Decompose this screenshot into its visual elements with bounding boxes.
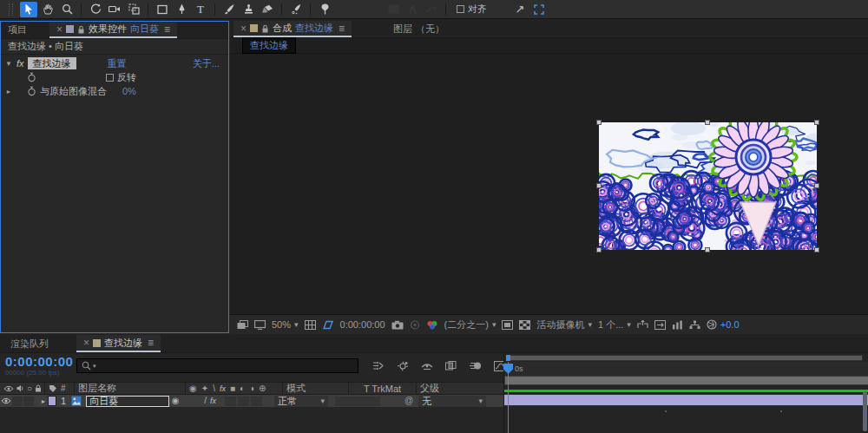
pixel-aspect-correction-icon[interactable] <box>654 320 666 330</box>
panel-menu-icon[interactable]: ≡ <box>339 23 345 35</box>
tab-composition[interactable]: × 合成 查找边缘 ≡ <box>233 21 352 37</box>
selection-handle[interactable] <box>705 247 710 253</box>
exposure-value[interactable]: +0.0 <box>720 319 740 330</box>
blend-value[interactable]: 0% <box>122 86 136 96</box>
close-icon[interactable]: × <box>56 23 62 36</box>
exposure-control[interactable]: +0.0 <box>707 319 740 330</box>
selection-handle[interactable] <box>596 247 602 253</box>
viewer-timecode[interactable]: 0:00:00:00 <box>340 319 385 330</box>
timeline-flowchart-icon[interactable] <box>689 320 700 330</box>
sunflower-find-edges-art[interactable] <box>599 122 817 250</box>
time-ruler[interactable]: 0s <box>504 362 868 376</box>
selection-handle[interactable] <box>814 120 819 125</box>
camera-tool-button[interactable] <box>106 2 123 17</box>
show-snapshot-icon[interactable] <box>410 320 420 330</box>
layer-expand-triangle[interactable]: ► <box>39 398 48 404</box>
parent-column[interactable]: 父级 <box>417 383 503 394</box>
text-tool-button[interactable]: T <box>192 2 209 17</box>
brush-tool-button[interactable] <box>220 2 238 17</box>
switch-cell[interactable] <box>238 397 249 406</box>
selection-tool-button[interactable] <box>20 2 37 17</box>
stopwatch-icon[interactable] <box>27 72 36 82</box>
brushes-panel-button[interactable] <box>385 2 402 17</box>
frame-blending-icon[interactable] <box>442 358 461 373</box>
invert-checkbox[interactable] <box>106 74 114 82</box>
layer-duration-bar[interactable] <box>504 394 868 406</box>
monitor-icon[interactable] <box>254 320 266 330</box>
puppet-pin-tool-button[interactable] <box>316 2 333 17</box>
fx-badge-icon[interactable]: fx <box>16 58 24 69</box>
selection-handle[interactable] <box>596 120 602 125</box>
search-input[interactable] <box>98 361 353 371</box>
composition-layer-image[interactable] <box>599 122 817 250</box>
zoom-tool-button[interactable] <box>58 2 76 17</box>
current-time-display[interactable]: 0:00:00:00 00000 (25.00 fps) <box>5 354 73 377</box>
current-time-indicator-line[interactable] <box>508 362 509 433</box>
magnification-dropdown[interactable]: 50% ▾ <box>272 319 299 330</box>
region-of-interest-icon[interactable] <box>502 320 513 330</box>
zoom-in-ui-button[interactable]: ↗ <box>511 2 529 17</box>
blend-mode-dropdown[interactable]: 正常 ▾ <box>274 396 328 407</box>
orbit-camera-tool-button[interactable] <box>87 2 104 17</box>
layer-row-sunflower[interactable]: ► 1 ◉ / fx 正常 ▾ @ 无 ▾ <box>0 395 503 407</box>
channel-rgb-icon[interactable] <box>426 320 438 330</box>
tab-render-queue[interactable]: 渲染队列 <box>0 335 56 352</box>
pan-behind-tool-button[interactable] <box>125 2 142 17</box>
camera-view-dropdown[interactable]: 活动摄像机 ▾ <box>536 318 592 331</box>
effect-name-selected[interactable]: 查找边缘 <box>28 57 76 69</box>
solo-toggle-cell[interactable] <box>23 397 34 406</box>
roto-brush-tool-button[interactable] <box>287 2 305 17</box>
trkmat-column[interactable]: T TrkMat <box>349 383 417 394</box>
layer-raster-icon[interactable]: / <box>204 397 207 405</box>
vertical-scrollbar[interactable] <box>863 391 867 431</box>
tab-project[interactable]: 项目 <box>1 22 34 38</box>
selection-handle[interactable] <box>814 247 819 253</box>
switch-cell[interactable] <box>225 397 236 406</box>
work-area-bar[interactable] <box>504 376 868 385</box>
layer-name-edit-field[interactable] <box>86 396 169 407</box>
close-icon[interactable]: × <box>240 23 247 35</box>
motion-sketch-button[interactable] <box>423 2 440 17</box>
panel-menu-icon[interactable]: ≡ <box>164 23 170 36</box>
eye-icon[interactable] <box>0 397 12 404</box>
layer-label-color[interactable] <box>48 396 56 406</box>
resolution-dropdown[interactable]: (二分之一) ▾ <box>444 318 496 331</box>
audio-toggle-cell[interactable] <box>12 397 23 406</box>
share-view-icon[interactable] <box>637 320 648 329</box>
shape-tool-button[interactable] <box>154 2 171 17</box>
selection-handle[interactable] <box>705 120 710 125</box>
timeline-timecode[interactable]: 0:00:00:00 <box>5 354 73 369</box>
selection-handle[interactable] <box>814 183 819 188</box>
hand-tool-button[interactable] <box>39 2 56 17</box>
expand-triangle-icon[interactable]: ► <box>4 89 13 95</box>
layers-stack-icon[interactable] <box>237 320 248 330</box>
grid-guides-icon[interactable] <box>305 320 316 330</box>
layer-fx-icon[interactable]: fx <box>210 397 216 405</box>
align-toggle[interactable]: 对齐 <box>457 3 487 16</box>
snapshot-camera-icon[interactable] <box>391 320 404 330</box>
transparency-grid-icon[interactable] <box>519 320 530 330</box>
parent-dropdown[interactable]: 无 ▾ <box>418 396 486 407</box>
shy-layers-icon[interactable] <box>418 358 437 373</box>
reset-effect-link[interactable]: 重置 <box>108 57 127 70</box>
selection-handle[interactable] <box>596 183 602 188</box>
comp-navigator-item[interactable]: 查找边缘 <box>242 37 296 54</box>
collapse-triangle-icon[interactable]: ▼ <box>4 60 13 68</box>
draft-3d-icon[interactable] <box>393 358 412 373</box>
tab-effect-controls[interactable]: × 效果控件 向日葵 ≡ <box>49 22 177 38</box>
eraser-tool-button[interactable] <box>259 2 276 17</box>
mask-visibility-icon[interactable] <box>322 320 334 330</box>
mini-flowchart-icon[interactable] <box>369 358 388 373</box>
about-effect-link[interactable]: 关于... <box>193 57 220 70</box>
layer-name-column[interactable]: 图层名称 <box>75 383 186 394</box>
time-navigator-bar[interactable] <box>510 355 863 361</box>
align-checkbox[interactable] <box>457 5 464 13</box>
view-layout-dropdown[interactable]: 1 个... ▾ <box>598 318 631 331</box>
timeline-search[interactable]: ▾ <box>76 358 358 373</box>
tab-layer[interactable]: 图层 （无） <box>386 21 451 37</box>
stopwatch-icon[interactable] <box>27 86 36 96</box>
fast-previews-icon[interactable] <box>672 320 683 330</box>
switch-cell[interactable] <box>251 397 262 406</box>
parent-pickwhip-icon[interactable]: @ <box>404 397 413 405</box>
workspace-expand-button[interactable] <box>530 2 548 17</box>
